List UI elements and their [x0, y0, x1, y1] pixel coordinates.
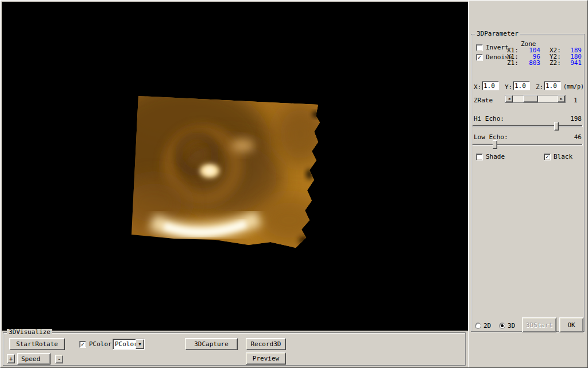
radio-2d-circle[interactable] — [475, 323, 481, 329]
app-window: 3DParameter Invert ✓ Denoise Zone X1: 10… — [0, 0, 588, 368]
radio-3d[interactable]: 3D — [499, 322, 515, 329]
zrate-scroll-thumb[interactable] — [523, 95, 538, 102]
zone-z2-value: 941 — [564, 59, 582, 67]
visualize-groupbox: 3DVisualize StartRotate ✓ PColor PColor … — [3, 332, 466, 366]
speed-button[interactable]: Speed — [17, 353, 51, 365]
chevron-down-icon[interactable]: ▼ — [136, 339, 144, 349]
invert-checkbox-label: Invert — [486, 44, 509, 51]
invert-checkbox-box[interactable] — [476, 44, 483, 51]
check-icon: ✓ — [478, 55, 481, 60]
pcolor-checkbox[interactable]: ✓ PColor — [79, 340, 112, 348]
low-echo-slider-thumb[interactable] — [493, 140, 497, 149]
pcolor-checkbox-label: PColor — [89, 340, 112, 348]
check-icon: ✓ — [546, 154, 549, 160]
preview-button[interactable]: Preview — [246, 352, 286, 365]
denoise-checkbox-box[interactable]: ✓ — [476, 54, 483, 61]
scale-unit-label: (mm/p) — [563, 83, 584, 90]
shade-checkbox-label: Shade — [486, 153, 505, 160]
zrate-label: ZRate — [474, 97, 493, 104]
shade-checkbox-box[interactable] — [476, 154, 483, 160]
parameter-groupbox-title: 3DParameter — [475, 30, 520, 37]
parameter-panel: 3DParameter Invert ✓ Denoise Zone X1: 10… — [468, 1, 588, 368]
start-rotate-button[interactable]: StartRotate — [9, 338, 65, 350]
scale-y-input[interactable] — [513, 81, 530, 90]
speed-plus-button[interactable]: + — [7, 354, 15, 363]
low-echo-slider-track[interactable] — [473, 144, 583, 145]
ok-button[interactable]: OK — [559, 317, 583, 332]
radio-2d-label: 2D — [483, 322, 491, 329]
pcolor-dropdown-value: PColor — [113, 339, 136, 349]
ultrasound-volume — [2, 2, 468, 331]
pcolor-dropdown[interactable]: PColor ▼ — [113, 339, 145, 350]
zrate-scroll-right-icon[interactable]: ► — [558, 95, 565, 102]
black-checkbox-label: Black — [554, 153, 572, 160]
parameter-groupbox: 3DParameter Invert ✓ Denoise Zone X1: 10… — [471, 34, 585, 332]
invert-checkbox[interactable]: Invert — [476, 44, 509, 51]
low-echo-slider[interactable] — [473, 140, 583, 150]
visualize-groupbox-title: 3DVisualize — [7, 329, 52, 336]
check-icon: ✓ — [81, 342, 84, 347]
zone-z2-label: Z2: — [550, 59, 561, 67]
3dstart-button[interactable]: 3DStart — [522, 317, 556, 332]
radio-3d-dot — [501, 324, 504, 327]
record3d-button[interactable]: Record3D — [246, 338, 286, 350]
hi-echo-slider-track[interactable] — [473, 125, 583, 127]
zrate-value: 1 — [574, 97, 578, 104]
speed-minus-button[interactable]: - — [55, 355, 63, 363]
zrate-scrollbar[interactable]: ◄ ► — [505, 95, 566, 103]
zrate-scroll-left-icon[interactable]: ◄ — [505, 95, 513, 102]
black-checkbox-box[interactable]: ✓ — [544, 154, 551, 160]
scale-x-input[interactable] — [482, 81, 499, 90]
radio-2d[interactable]: 2D — [475, 322, 491, 329]
radio-3d-label: 3D — [508, 322, 515, 329]
zone-z1-label: Z1: — [507, 59, 519, 67]
radio-3d-circle[interactable] — [499, 323, 505, 329]
zrate-scroll-track[interactable] — [513, 95, 558, 102]
scale-z-label: Z: — [536, 83, 543, 91]
hi-echo-slider-thumb[interactable] — [554, 122, 559, 131]
scale-z-input[interactable] — [544, 81, 561, 90]
zone-z1-value: 803 — [523, 59, 540, 67]
scale-x-label: X: — [474, 83, 481, 91]
hi-echo-slider[interactable] — [473, 122, 583, 131]
3dcapture-button[interactable]: 3DCapture — [185, 338, 238, 350]
black-checkbox[interactable]: ✓ Black — [544, 153, 572, 160]
shade-checkbox[interactable]: Shade — [476, 153, 505, 160]
scale-y-label: Y: — [505, 83, 512, 91]
pcolor-checkbox-box[interactable]: ✓ — [79, 341, 86, 348]
3d-viewport[interactable] — [2, 2, 468, 331]
